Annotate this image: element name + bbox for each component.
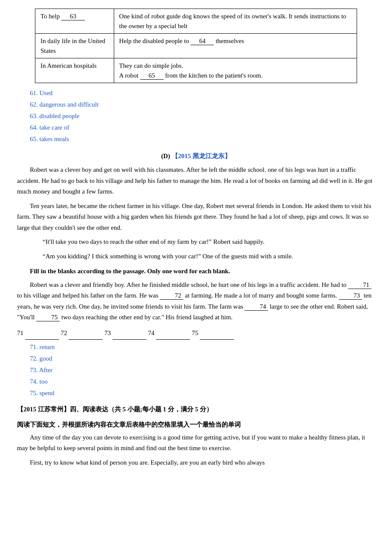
answer-61: 61. Used [30,87,375,99]
blank-row-73 [112,327,147,340]
blank-row-75 [200,327,234,340]
passage-d-para-1: Robert was a clever boy and get on well … [17,165,375,197]
blank-72: 72 [160,292,183,300]
answer-63: 63. disabled people [30,110,375,122]
table-cell-right-1: One kind of robot guide dog knows the sp… [114,9,357,34]
label-74: 74 [148,330,156,336]
blank-row-71 [25,327,59,340]
blank-row-74 [156,327,190,340]
jiangsu-header-2: 阅读下面短文，并根据所读内容在文章后表格中的空格里填入一个最恰当的单词 [17,419,375,430]
answer-72: 72. good [30,353,375,364]
table-cell-right-3: They can do simple jobs. A robot 65 from… [114,58,357,83]
blank-71: 71 [348,281,372,289]
robot-table: To help 63 One kind of robot guide dog k… [35,9,357,83]
table-row-1: To help 63 One kind of robot guide dog k… [35,9,357,34]
answer-75: 75. spend [30,387,375,399]
passage-d-para-3: “It'll take you two days to reach the ot… [17,237,375,248]
passage-d-para-4: “Am you kidding? I thick something is wr… [17,251,375,262]
passage-d-para-2: Ten years later, he became the richest f… [17,201,375,234]
blank-65: 65 [140,72,164,80]
answer-64: 64. take care of [30,122,375,133]
jiangsu-header-1: 【2015 江苏常州】四、阅读表达（共 5 小题;每小题 1 分，满分 5 分） [17,404,375,414]
table-cell-right-2: Help the disabled people to 64 themselve… [114,34,357,58]
answer-71: 71. return [30,341,375,353]
table-row-2: In daily life in the United States Help … [35,34,357,58]
table-row-3: In American hospitals They can do simple… [35,58,357,83]
section-d-title: (D) 【2015 黑龙江龙东】 [17,151,375,161]
label-75: 75 [192,330,200,336]
blank-73: 73 [339,292,362,300]
answers-71-75: 71. return 72. good 73. After 74. too 75… [30,341,375,399]
fill-instruction: Fill in the blanks according to the pass… [17,266,375,277]
table-cell-left-3: In American hospitals [35,58,114,83]
label-72: 72 [61,330,69,336]
answer-62: 62. dangerous and difficult [30,99,375,110]
blank-64: 64 [190,37,214,45]
blank-row-72 [69,327,103,340]
section-d-label: (D) [161,153,170,159]
answers-61-65: 61. Used 62. dangerous and difficult 63.… [30,87,375,145]
answer-73: 73. After [30,364,375,376]
fill-passage: Robert was a clever and friendly boy. Af… [17,280,375,323]
answer-74: 74. too [30,376,375,387]
label-71: 71 [17,330,25,336]
label-73: 73 [104,330,112,336]
blank-74: 74 [245,303,268,311]
table-cell-left-1: To help 63 [35,9,114,34]
jiangsu-para-2: First, try to know what kind of person y… [17,457,375,468]
table-cell-left-2: In daily life in the United States [35,34,114,58]
section-d-year: 【2015 黑龙江龙东】 [172,153,231,159]
answers-row-numbers: 71 72 73 74 75 [17,327,375,340]
blank-63: 63 [61,12,85,20]
blank-75: 75 [36,313,60,321]
answer-65: 65. takes meals [30,133,375,145]
jiangsu-para-1: Any time of the day you can devote to ex… [17,432,375,454]
